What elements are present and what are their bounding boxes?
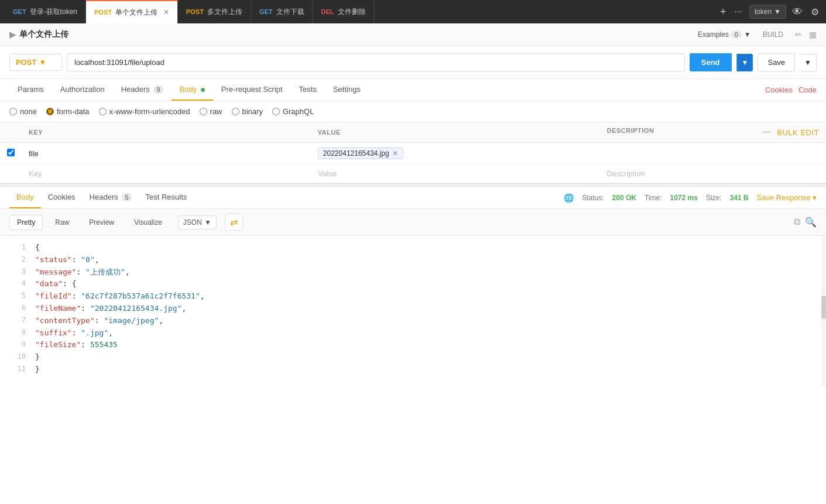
view-visualize-button[interactable]: Visualize <box>126 215 170 230</box>
params-table: KEY VALUE DESCRIPTION ··· Bulk Edit file <box>0 122 826 183</box>
save-button[interactable]: Save <box>758 53 795 71</box>
resp-tab-cookies[interactable]: Cookies <box>41 187 83 208</box>
add-tab-icon[interactable]: + <box>717 6 730 18</box>
row-checkbox-cell[interactable] <box>0 143 22 164</box>
request-title-text: 单个文件上传 <box>19 29 68 40</box>
json-comma: , <box>108 328 113 337</box>
method-select[interactable]: POST ▼ <box>9 54 62 71</box>
radio-urlencoded-input[interactable] <box>99 108 107 115</box>
table-empty-row: Key Value Description <box>0 164 826 183</box>
radio-form-data[interactable]: form-data <box>46 107 90 116</box>
empty-val-cell[interactable]: Value <box>311 164 600 183</box>
tab-post-upload-multi[interactable]: POST 多文件上传 <box>178 0 251 23</box>
status-label: Status: <box>582 194 604 202</box>
radio-urlencoded[interactable]: x-www-form-urlencoded <box>99 107 190 116</box>
save-dropdown-button[interactable]: ▼ <box>800 54 817 71</box>
time-value: 1072 ms <box>670 194 698 202</box>
resp-tab-test-results-label: Test Results <box>146 193 187 201</box>
chevron-down-icon: ▼ <box>774 8 781 16</box>
table-more-icon[interactable]: ··· <box>762 127 771 138</box>
tab-pre-request[interactable]: Pre-request Script <box>213 79 291 101</box>
radio-none-input[interactable] <box>9 108 17 115</box>
radio-form-data-input[interactable] <box>46 108 54 115</box>
json-line: 7 "contentType": "image/jpeg", <box>9 315 817 327</box>
tab-headers[interactable]: Headers 9 <box>113 79 172 101</box>
response-status: 🌐 Status: 200 OK Time: 1072 ms Size: 341… <box>564 193 817 203</box>
tab-label: 文件删除 <box>338 7 366 17</box>
tab-close-icon[interactable]: ✕ <box>163 8 169 16</box>
tab-authorization[interactable]: Authorization <box>52 79 113 101</box>
empty-desc-cell[interactable]: Description <box>600 164 826 183</box>
request-title: ▶ 单个文件上传 <box>9 29 68 40</box>
tab-post-upload-single[interactable]: POST 单个文件上传 ✕ <box>86 0 178 23</box>
send-button[interactable]: Send <box>690 53 732 71</box>
env-selector[interactable]: token ▼ <box>749 5 786 19</box>
url-input[interactable] <box>67 53 685 71</box>
radio-binary[interactable]: binary <box>232 107 263 116</box>
send-dropdown-button[interactable]: ▼ <box>736 54 753 71</box>
more-tabs-icon[interactable]: ··· <box>734 6 742 17</box>
json-colon: : <box>72 328 81 337</box>
edit-icon[interactable]: ✏ <box>795 30 802 39</box>
bulk-edit-button[interactable]: Bulk Edit <box>777 128 819 137</box>
settings-icon[interactable]: ⚙ <box>808 4 821 20</box>
scrollbar-track[interactable] <box>821 236 826 386</box>
tab-get-login[interactable]: GET 登录-获取token <box>5 0 86 23</box>
tab-del-delete[interactable]: DEL 文件删除 <box>313 0 375 23</box>
radio-graphql[interactable]: GraphQL <box>272 107 314 116</box>
radio-graphql-input[interactable] <box>272 108 280 115</box>
json-comma: , <box>181 304 186 313</box>
tab-pre-request-label: Pre-request Script <box>221 85 283 94</box>
view-pretty-button[interactable]: Pretty <box>9 215 43 230</box>
scrollbar-thumb[interactable] <box>821 296 826 319</box>
resp-tab-cookies-label: Cookies <box>48 193 76 201</box>
chevron-down-icon: ▼ <box>39 58 46 67</box>
resp-tab-headers[interactable]: Headers 5 <box>83 187 139 208</box>
view-raw-button[interactable]: Raw <box>47 215 77 230</box>
json-key: "fileName" <box>35 304 81 313</box>
code-link[interactable]: Code <box>798 85 817 94</box>
format-selector[interactable]: JSON ▼ <box>178 215 217 229</box>
line-number: 4 <box>9 278 26 290</box>
row-key-cell[interactable]: file <box>22 143 311 164</box>
layout-icon[interactable]: ▦ <box>809 30 817 39</box>
tab-settings[interactable]: Settings <box>325 79 369 101</box>
row-value-cell[interactable]: 20220412165434.jpg ✕ <box>311 143 600 164</box>
row-checkbox[interactable] <box>7 149 15 156</box>
method-badge-post2: POST <box>186 8 204 15</box>
examples-button[interactable]: Examples 0 ▼ <box>698 30 751 39</box>
row-desc-cell[interactable] <box>600 143 826 164</box>
copy-icon[interactable]: ⧉ <box>794 217 800 228</box>
build-button[interactable]: BUILD <box>758 28 788 41</box>
wrap-button[interactable]: ⇄ <box>225 214 243 231</box>
empty-key-cell[interactable]: Key <box>22 164 311 183</box>
radio-raw-label: raw <box>210 107 222 116</box>
view-preview-button[interactable]: Preview <box>81 215 122 230</box>
line-code: "contentType": "image/jpeg", <box>35 315 163 327</box>
radio-binary-input[interactable] <box>232 108 239 115</box>
tab-params[interactable]: Params <box>9 79 52 101</box>
search-icon[interactable]: 🔍 <box>805 217 817 228</box>
line-number: 11 <box>9 364 26 376</box>
eye-icon[interactable]: 👁 <box>790 4 805 20</box>
resp-tab-test-results[interactable]: Test Results <box>139 187 194 208</box>
file-remove-icon[interactable]: ✕ <box>392 149 398 157</box>
json-colon: : <box>76 268 85 276</box>
tab-get-download[interactable]: GET 文件下载 <box>251 0 313 23</box>
save-response-button[interactable]: Save Response ▾ <box>757 193 817 202</box>
tab-label: 多文件上传 <box>207 7 242 17</box>
tab-tests[interactable]: Tests <box>291 79 325 101</box>
tab-right: token ▼ 👁 ⚙ <box>749 4 821 20</box>
radio-raw[interactable]: raw <box>200 107 222 116</box>
file-name: 20220412165434.jpg <box>323 149 389 157</box>
tab-body[interactable]: Body <box>172 79 213 101</box>
json-line: 4 "data": { <box>9 278 817 290</box>
line-number: 6 <box>9 303 26 315</box>
json-colon: : <box>72 255 81 264</box>
radio-none[interactable]: none <box>9 107 37 116</box>
resp-tab-body[interactable]: Body <box>9 187 41 208</box>
th-key: KEY <box>22 122 311 143</box>
tab-authorization-label: Authorization <box>60 85 105 94</box>
radio-raw-input[interactable] <box>200 108 207 115</box>
cookies-link[interactable]: Cookies <box>765 85 793 94</box>
